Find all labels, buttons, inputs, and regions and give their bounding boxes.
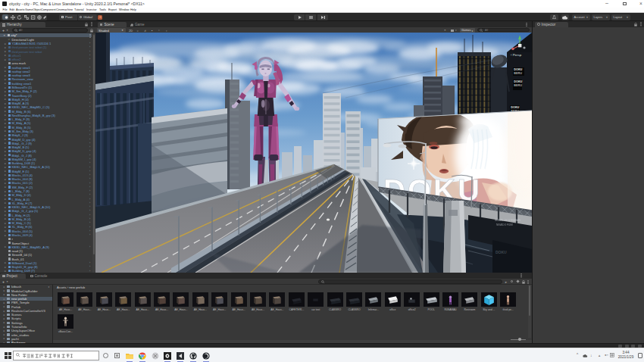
svg-text:‹ Persp: ‹ Persp: [511, 53, 522, 57]
svg-text:NIKAIDO FUMI: NIKAIDO FUMI: [496, 223, 513, 226]
svg-text:GODZILLA ULTRAMAN: GODZILLA ULTRAMAN: [495, 219, 521, 222]
svg-text:BERU: BERU: [514, 84, 522, 87]
svg-text:BERU: BERU: [514, 72, 522, 75]
svg-text:DOKU: DOKU: [496, 250, 507, 254]
